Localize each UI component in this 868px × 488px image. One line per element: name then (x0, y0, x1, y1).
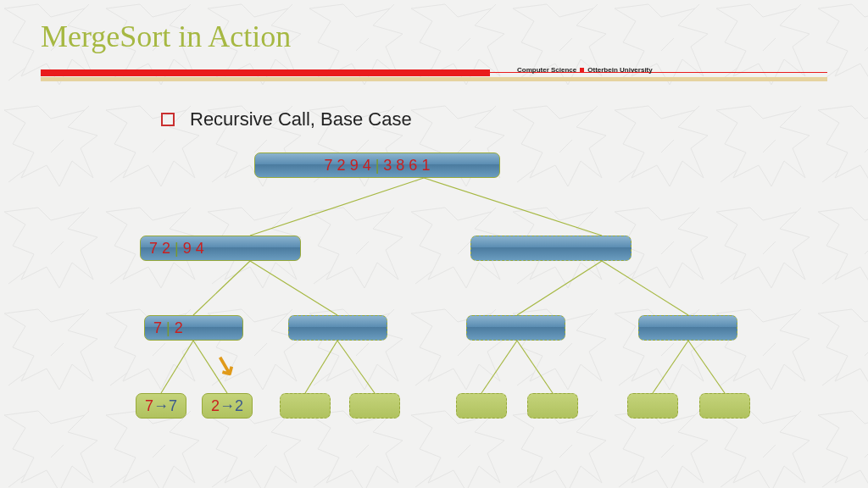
slide-title: MergeSort in Action (0, 0, 868, 54)
bullet-item: Recursive Call, Base Case (161, 108, 868, 130)
node-l1-left: 7 2 | 9 4 (140, 236, 301, 261)
node-l2-1-empty (288, 315, 387, 341)
leaf-7-empty (699, 393, 750, 419)
node-l2-3-empty (638, 315, 737, 341)
leaf-5-empty (527, 393, 578, 419)
svg-line-1 (250, 178, 424, 236)
svg-line-2 (424, 178, 602, 236)
svg-line-3 (193, 261, 250, 315)
svg-line-14 (688, 341, 725, 393)
node-l1-right-empty (470, 236, 632, 261)
leaf-0: 7→7 (136, 393, 186, 419)
leaf-2-empty (280, 393, 331, 419)
svg-line-7 (161, 341, 193, 393)
leaf-1: 2→2 (202, 393, 253, 419)
leaf-4-empty (456, 393, 507, 419)
svg-line-6 (602, 261, 688, 315)
institution-right: Otterbein University (587, 66, 652, 74)
node-l2-0: 7 | 2 (144, 315, 243, 341)
recursion-tree: 7 2 9 4 | 3 8 6 1 7 2 | 9 4 7 | 2 ↘ 7→7 … (0, 146, 868, 434)
svg-line-12 (517, 341, 553, 393)
svg-line-13 (653, 341, 688, 393)
divider-ruler: Computer Science Otterbein University (0, 69, 868, 85)
svg-line-5 (517, 261, 602, 315)
tree-connectors (0, 146, 868, 434)
svg-line-4 (250, 261, 337, 315)
svg-line-10 (337, 341, 375, 393)
bullet-text: Recursive Call, Base Case (190, 108, 412, 130)
node-l2-2-empty (466, 315, 565, 341)
bullet-square-icon (161, 113, 175, 126)
node-root: 7 2 9 4 | 3 8 6 1 (254, 152, 500, 178)
leaf-3-empty (349, 393, 400, 419)
svg-line-11 (481, 341, 517, 393)
leaf-6-empty (627, 393, 678, 419)
svg-line-9 (305, 341, 337, 393)
institution-left: Computer Science (517, 66, 576, 74)
